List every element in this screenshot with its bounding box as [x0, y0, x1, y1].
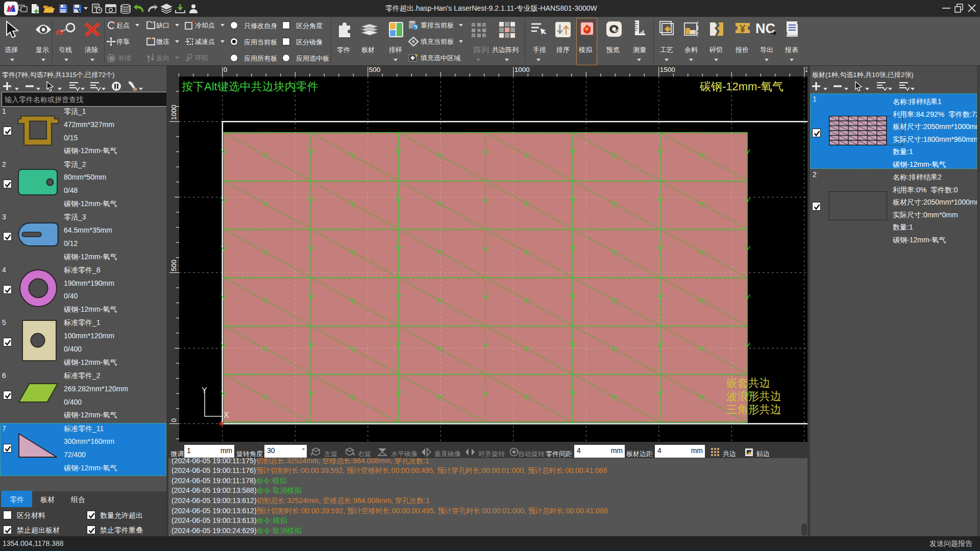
svg-text:500: 500: [170, 260, 178, 271]
svg-text:0: 0: [224, 66, 228, 73]
svg-text:嵌套共边: 嵌套共边: [726, 377, 770, 389]
svg-text:波浪形共边: 波浪形共边: [726, 390, 781, 403]
svg-text:1000: 1000: [514, 66, 530, 73]
svg-text:Y: Y: [202, 386, 207, 395]
svg-text:500: 500: [369, 66, 381, 73]
svg-text:X: X: [224, 411, 229, 419]
svg-text:三角形共边: 三角形共边: [726, 404, 781, 416]
svg-text:1500: 1500: [660, 66, 675, 73]
svg-text:碳钢-12mm-氧气: 碳钢-12mm-氧气: [700, 80, 783, 93]
svg-text:按下Alt键选中共边块内零件: 按下Alt键选中共边块内零件: [182, 80, 318, 93]
svg-text:1000: 1000: [170, 105, 178, 120]
svg-text:0: 0: [170, 418, 178, 422]
